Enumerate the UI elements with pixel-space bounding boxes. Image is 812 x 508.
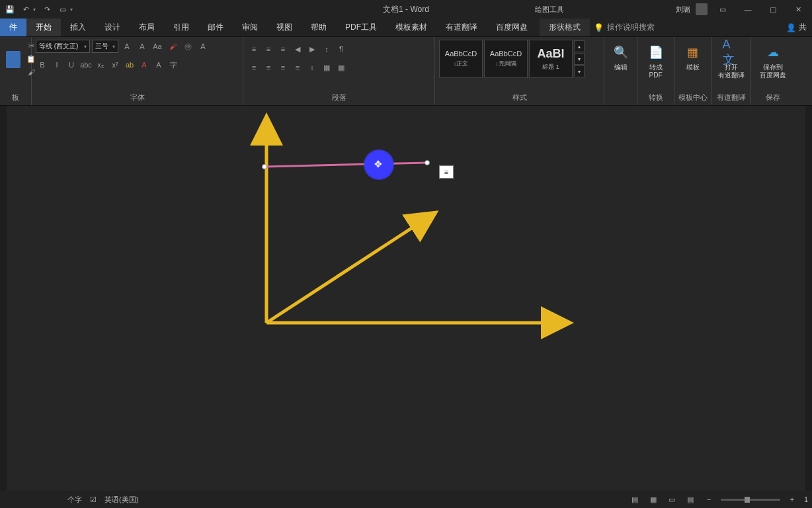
- paste-button[interactable]: [4, 40, 22, 79]
- zoom-percent[interactable]: 1: [804, 495, 808, 503]
- italic-button[interactable]: I: [50, 58, 63, 71]
- tab-home[interactable]: 开始: [26, 19, 61, 36]
- tab-layout[interactable]: 布局: [130, 19, 164, 36]
- qat-customize-dropdown[interactable]: ▾: [70, 7, 73, 13]
- tab-baidu[interactable]: 百度网盘: [487, 19, 537, 36]
- shading-button[interactable]: ▦: [320, 61, 333, 74]
- save-cloud-label: 保存到 百度网盘: [760, 64, 786, 79]
- highlight-button[interactable]: ab: [123, 58, 136, 71]
- file-tab[interactable]: 件: [0, 19, 26, 36]
- style-name: ↓正文: [454, 60, 469, 68]
- style-no-spacing[interactable]: AaBbCcD↓无间隔: [484, 40, 528, 78]
- selection-handle-end[interactable]: [425, 160, 430, 165]
- undo-dropdown[interactable]: ▾: [33, 7, 36, 13]
- line-spacing-button[interactable]: ↕: [305, 61, 319, 74]
- font-color-button[interactable]: A: [138, 58, 151, 71]
- tab-view[interactable]: 视图: [267, 19, 302, 36]
- justify-button[interactable]: ≡: [291, 61, 304, 74]
- char-shading-button[interactable]: 字: [167, 58, 180, 71]
- undo-icon[interactable]: ↶: [21, 5, 30, 14]
- print-layout-button[interactable]: ▦: [647, 493, 660, 505]
- font-size-combo[interactable]: 三号▾: [92, 40, 118, 53]
- language-status[interactable]: 英语(美国): [104, 495, 138, 505]
- spellcheck-icon[interactable]: ☑: [90, 495, 97, 504]
- font-name-combo[interactable]: 等线 (西文正)▾: [36, 40, 90, 53]
- superscript-button[interactable]: x²: [108, 58, 122, 71]
- tab-templates[interactable]: 模板素材: [386, 19, 436, 36]
- page[interactable]: ✥ ≡: [7, 106, 805, 491]
- document-canvas[interactable]: ✥ ≡: [0, 106, 812, 491]
- save-cloud-button[interactable]: ☁ 保存到 百度网盘: [755, 40, 791, 83]
- ribbon-options-icon[interactable]: ▭: [713, 3, 733, 16]
- touch-mode-icon[interactable]: ▭: [58, 5, 67, 14]
- outline-button[interactable]: ▤: [684, 493, 697, 505]
- tab-translate[interactable]: 有道翻译: [436, 19, 487, 36]
- web-layout-button[interactable]: ▭: [665, 493, 678, 505]
- subscript-button[interactable]: x₂: [94, 58, 107, 71]
- tab-pdf[interactable]: PDF工具: [336, 19, 386, 36]
- diagonal-arrow[interactable]: [266, 225, 417, 323]
- style-normal[interactable]: AaBbCcD↓正文: [439, 40, 483, 78]
- tell-me-search[interactable]: 💡 操作说明搜索: [594, 19, 655, 36]
- align-right-button[interactable]: ≡: [276, 61, 290, 74]
- read-mode-button[interactable]: ▤: [628, 493, 641, 505]
- sort-button[interactable]: ↕: [320, 42, 333, 56]
- strike-button[interactable]: abc: [79, 58, 93, 71]
- template-button[interactable]: ▦ 模板: [678, 40, 707, 75]
- decrease-indent-button[interactable]: ◀: [291, 42, 304, 56]
- minimize-icon[interactable]: —: [738, 3, 758, 16]
- zoom-in-button[interactable]: +: [786, 493, 799, 505]
- tab-insert[interactable]: 插入: [61, 19, 95, 36]
- enclose-char-button[interactable]: A: [152, 58, 165, 71]
- tab-mailings[interactable]: 邮件: [198, 19, 233, 36]
- convert-pdf-button[interactable]: 📄 转成 PDF: [641, 40, 670, 83]
- save-icon[interactable]: 💾: [5, 5, 15, 14]
- align-center-button[interactable]: ≡: [262, 61, 275, 74]
- tab-shape-format[interactable]: 形状格式: [540, 19, 590, 36]
- selection-handle-start[interactable]: [262, 164, 267, 169]
- translate-button[interactable]: A文 打开 有道翻译: [715, 40, 747, 83]
- maximize-icon[interactable]: ▢: [763, 3, 783, 16]
- redo-icon[interactable]: ↷: [42, 5, 52, 14]
- bullets-button[interactable]: ≡: [247, 42, 261, 56]
- underline-button[interactable]: U: [65, 58, 78, 71]
- tab-review[interactable]: 审阅: [233, 19, 267, 36]
- tab-references[interactable]: 引用: [164, 19, 198, 36]
- styles-group: AaBbCcD↓正文 AaBbCcD↓无间隔 AaBl标题 1 ▴ ▾ ▾ 样式: [435, 37, 604, 105]
- selected-line-shape[interactable]: [264, 163, 427, 167]
- shrink-font-button[interactable]: A: [136, 40, 149, 53]
- styles-up-button[interactable]: ▴: [574, 40, 585, 52]
- styles-expand-button[interactable]: ▾: [574, 65, 585, 77]
- multilevel-button[interactable]: ≡: [276, 42, 290, 56]
- increase-indent-button[interactable]: ▶: [305, 42, 319, 56]
- find-button[interactable]: 🔍 编辑: [608, 40, 633, 75]
- change-case-button[interactable]: Aa: [151, 40, 164, 53]
- style-heading1[interactable]: AaBl标题 1: [529, 40, 573, 78]
- word-count[interactable]: 个字: [67, 495, 82, 505]
- align-left-button[interactable]: ≡: [247, 61, 261, 74]
- clear-format-button[interactable]: 🖌: [166, 40, 179, 53]
- share-icon: 👤: [786, 23, 796, 32]
- tab-design[interactable]: 设计: [95, 19, 130, 36]
- user-avatar[interactable]: [696, 3, 708, 15]
- zoom-thumb[interactable]: [745, 497, 750, 503]
- editing-space: [604, 93, 637, 105]
- zoom-out-button[interactable]: −: [702, 493, 715, 505]
- tab-help[interactable]: 帮助: [302, 19, 336, 36]
- layout-options-button[interactable]: ≡: [439, 165, 454, 179]
- pdf-icon: 📄: [647, 44, 665, 61]
- share-button[interactable]: 👤 共: [781, 19, 812, 36]
- translate-group-label: 有道翻译: [711, 91, 751, 105]
- zoom-slider[interactable]: [721, 499, 780, 501]
- share-label: 共: [799, 22, 807, 33]
- numbering-button[interactable]: ≡: [262, 42, 275, 56]
- close-icon[interactable]: ✕: [788, 3, 808, 16]
- borders-button[interactable]: ▦: [335, 61, 348, 74]
- grow-font-button[interactable]: A: [120, 40, 134, 53]
- styles-down-button[interactable]: ▾: [574, 53, 585, 65]
- bulb-icon: 💡: [594, 23, 604, 32]
- bold-button[interactable]: B: [36, 58, 49, 71]
- show-marks-button[interactable]: ¶: [335, 42, 348, 56]
- phonetic-button[interactable]: ㊥: [181, 40, 194, 53]
- char-border-button[interactable]: A: [196, 40, 210, 53]
